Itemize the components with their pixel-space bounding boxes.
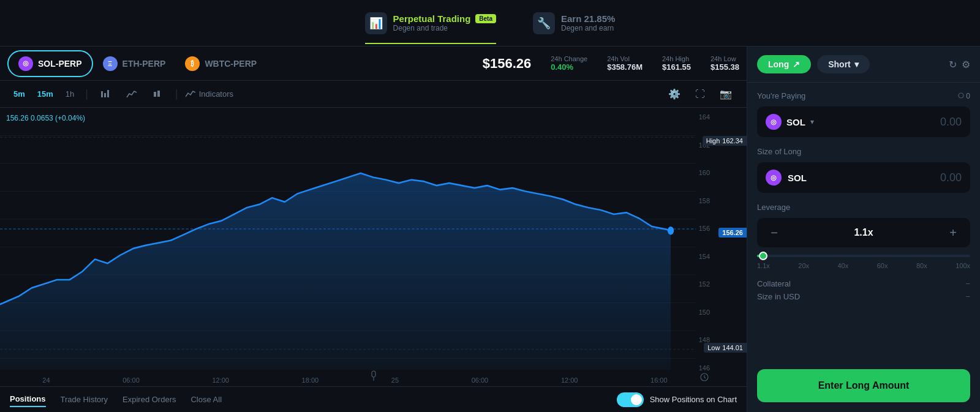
svg-rect-2 (107, 90, 109, 97)
leverage-minus-btn[interactable]: − (766, 224, 783, 241)
change-label: 24h Change (551, 55, 587, 62)
slider-label-60x: 60x (877, 262, 888, 269)
perpetual-subtitle: Degen and trade (393, 24, 496, 32)
current-price-label: 156.26 (718, 228, 747, 238)
svg-point-17 (668, 227, 674, 234)
nav-perpetual[interactable]: 📊 Perpetual Trading Beta Degen and trade (365, 12, 496, 34)
slider-section[interactable]: 1.1x 20x 40x 60x 80x 100x (747, 252, 980, 274)
tab-close-all[interactable]: Close All (190, 392, 222, 406)
high-price-label: High 162.34 (703, 136, 747, 146)
svg-rect-1 (104, 93, 106, 97)
svg-rect-4 (157, 91, 160, 97)
short-chevron-icon: ▾ (854, 59, 859, 69)
paying-section: You're Paying 0 ◎ SOL ▾ 0.00 (747, 83, 980, 142)
pair-tab-sol[interactable]: ◎ SOL-PERP (7, 50, 93, 77)
paying-badge: 0 (958, 92, 970, 100)
short-button[interactable]: Short ▾ (817, 55, 870, 73)
x-label-1800: 18:00 (302, 376, 319, 384)
svg-rect-3 (154, 92, 156, 97)
collateral-section: Collateral − Size in USD − (747, 274, 980, 306)
earn-subtitle: Degen and earn (561, 24, 615, 32)
toolbar-right: ⚙️ ⛶ 📷 (663, 86, 737, 102)
timeframe-1h[interactable]: 1h (62, 87, 78, 101)
chart-type-btn1[interactable] (96, 86, 116, 102)
tab-positions[interactable]: Positions (10, 392, 46, 407)
low-label: 24h Low (710, 55, 736, 62)
size-token-name: SOL (788, 173, 807, 183)
indicators-btn[interactable]: Indicators (186, 89, 233, 99)
slider-track[interactable] (757, 255, 970, 257)
x-label-1200b: 12:00 (561, 376, 578, 384)
earn-icon: 🔧 (533, 12, 555, 34)
svg-rect-20 (372, 371, 375, 377)
y-label-148: 148 (699, 336, 710, 343)
y-label-152: 152 (699, 280, 710, 288)
clock-icon (700, 373, 709, 384)
show-positions-label: Show Positions on Chart (650, 395, 737, 404)
show-positions-toggle[interactable] (617, 392, 644, 407)
enter-long-button[interactable]: Enter Long Amount (757, 369, 970, 402)
leverage-section: Leverage − 1.1x + (747, 198, 980, 252)
size-amount: 0.00 (940, 171, 962, 184)
chart-type-btn3[interactable] (147, 86, 168, 102)
svg-point-23 (959, 93, 963, 98)
paying-input-box[interactable]: ◎ SOL ▾ 0.00 (757, 107, 970, 137)
change-value: 0.40% (551, 62, 573, 72)
tab-expired-orders[interactable]: Expired Orders (123, 392, 176, 406)
slider-labels: 1.1x 20x 40x 60x 80x 100x (757, 262, 970, 269)
high-label: 24h High (662, 55, 689, 62)
chart-type-btn2[interactable] (121, 86, 142, 102)
perpetual-title: Perpetual Trading (393, 13, 471, 24)
long-label: Long (768, 59, 789, 69)
pair-tab-eth[interactable]: Ξ ETH-PERP (93, 51, 176, 76)
left-panel: ◎ SOL-PERP Ξ ETH-PERP ₿ WBTC-PERP $156.2… (0, 47, 747, 412)
slider-label-40x: 40x (837, 262, 848, 269)
low-price-value: 144.01 (722, 344, 743, 351)
low-price-label: Low 144.01 (704, 343, 747, 353)
y-label-158: 158 (699, 197, 710, 204)
btc-icon: ₿ (185, 56, 200, 71)
nav-earn[interactable]: 🔧 Earn 21.85% Degen and earn (533, 12, 615, 34)
vol-stat: 24h Vol $358.76M (607, 55, 643, 72)
x-label-0600a: 06:00 (123, 376, 140, 384)
y-label-156: 156 (699, 225, 710, 232)
size-usd-value: − (965, 292, 970, 301)
sol-icon: ◎ (18, 56, 33, 71)
fullscreen-btn[interactable]: ⛶ (690, 86, 710, 102)
toolbar-sep2: | (175, 88, 178, 100)
settings-icon-btn[interactable]: ⚙ (962, 59, 970, 70)
bottom-right: Show Positions on Chart (617, 392, 737, 407)
chart-area: 156.26 0.0653 (+0.04%) 164 162 160 158 1… (0, 108, 747, 386)
screenshot-btn[interactable]: 📷 (715, 86, 737, 102)
settings-btn[interactable]: ⚙️ (663, 86, 685, 102)
long-button[interactable]: Long ↗ (757, 55, 811, 73)
perpetual-icon: 📊 (365, 12, 387, 34)
y-label-146: 146 (699, 364, 710, 372)
y-label-150: 150 (699, 309, 710, 316)
token-select[interactable]: ◎ SOL ▾ (766, 114, 814, 130)
timeframe-5m[interactable]: 5m (10, 87, 29, 101)
indicators-label: Indicators (199, 89, 233, 99)
size-usd-label: Size in USD (757, 292, 800, 301)
timeframe-15m[interactable]: 15m (34, 87, 57, 101)
paying-row: You're Paying 0 (757, 91, 970, 100)
refresh-icon-btn[interactable]: ↻ (949, 59, 957, 70)
eth-pair-label: ETH-PERP (123, 59, 166, 69)
tab-trade-history[interactable]: Trade History (61, 392, 108, 406)
x-label-1200a: 12:00 (212, 376, 229, 384)
collateral-label: Collateral (757, 279, 791, 288)
main-layout: ◎ SOL-PERP Ξ ETH-PERP ₿ WBTC-PERP $156.2… (0, 47, 980, 412)
leverage-box: − 1.1x + (757, 218, 970, 247)
vol-label: 24h Vol (607, 55, 630, 62)
y-label-154: 154 (699, 253, 710, 260)
pair-tab-wbtc[interactable]: ₿ WBTC-PERP (175, 51, 266, 76)
high-label-text: High (706, 137, 720, 144)
size-token-icon: ◎ (766, 170, 782, 185)
x-label-25: 25 (391, 376, 399, 384)
y-label-160: 160 (699, 169, 710, 176)
high-value: $161.55 (662, 62, 691, 72)
leverage-plus-btn[interactable]: + (944, 224, 962, 241)
ls-header: Long ↗ Short ▾ ↻ ⚙ (747, 47, 980, 83)
low-stat: 24h Low $155.38 (710, 55, 739, 72)
slider-thumb[interactable] (759, 252, 767, 260)
